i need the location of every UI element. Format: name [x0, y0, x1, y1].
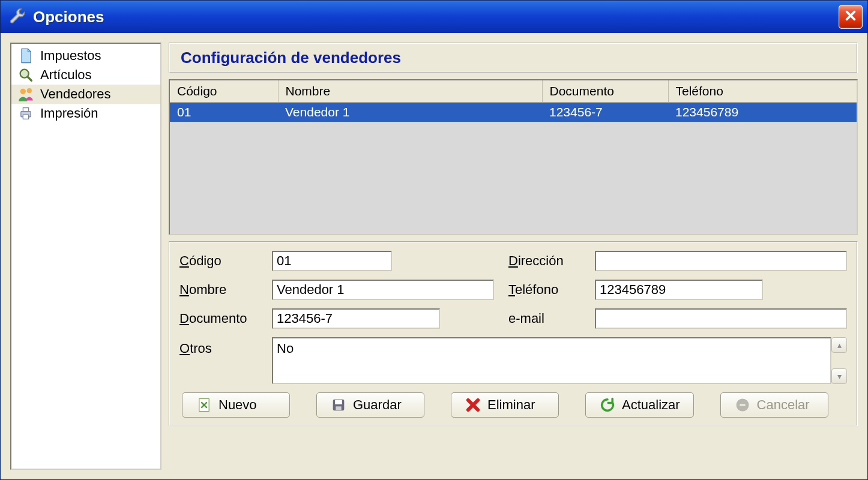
sidebar-item-label: Impresión	[40, 106, 98, 121]
sidebar-item-vendedores[interactable]: Vendedores	[11, 85, 160, 104]
sidebar-item-impresion[interactable]: Impresión	[11, 104, 160, 123]
svg-rect-5	[23, 115, 28, 119]
wrench-icon	[8, 7, 27, 26]
refresh-icon	[599, 397, 616, 413]
svg-point-1	[20, 89, 26, 94]
th-telefono[interactable]: Teléfono	[668, 80, 857, 103]
button-label: Guardar	[353, 397, 402, 413]
label-direccion: Dirección	[508, 253, 586, 269]
sidebar-item-articulos[interactable]: Artículos	[11, 65, 160, 85]
section-title: Configuración de vendedores	[181, 49, 401, 67]
nombre-field[interactable]	[272, 280, 494, 300]
actualizar-button[interactable]: Actualizar	[585, 392, 694, 418]
people-icon	[17, 86, 34, 103]
cell-telefono: 123456789	[668, 103, 857, 122]
guardar-button[interactable]: Guardar	[316, 392, 424, 418]
table-header-row: Código Nombre Documento Teléfono	[170, 80, 857, 103]
cell-nombre: Vendedor 1	[278, 103, 542, 122]
button-label: Actualizar	[622, 397, 680, 413]
textarea-scrollbar: ▴ ▾	[831, 337, 847, 384]
main-panel: Configuración de vendedores Código Nombr…	[169, 43, 858, 470]
delete-icon	[465, 397, 481, 413]
new-icon	[196, 397, 212, 413]
section-header: Configuración de vendedores	[169, 43, 858, 73]
options-window: Opciones Impuestos Artículos	[0, 0, 868, 480]
sidebar-item-impuestos[interactable]: Impuestos	[11, 46, 160, 65]
titlebar: Opciones	[1, 1, 867, 33]
sidebar-item-label: Artículos	[40, 67, 92, 83]
label-otros: Otros	[179, 337, 264, 356]
svg-rect-9	[336, 406, 341, 410]
cell-documento: 123456-7	[542, 103, 668, 122]
sidebar-item-label: Vendedores	[40, 86, 110, 102]
codigo-field[interactable]	[272, 251, 392, 271]
scroll-up-button[interactable]: ▴	[831, 337, 847, 353]
table-row[interactable]: 01 Vendedor 1 123456-7 123456789	[170, 103, 857, 122]
chevron-down-icon: ▾	[837, 371, 842, 381]
label-nombre: Nombre	[179, 282, 264, 298]
nuevo-button[interactable]: Nuevo	[182, 392, 290, 418]
close-icon	[844, 9, 857, 25]
button-row: Nuevo Guardar Eliminar	[179, 392, 847, 418]
th-nombre[interactable]: Nombre	[278, 80, 542, 103]
vendedores-table-panel: Código Nombre Documento Teléfono 01 Vend…	[169, 79, 858, 235]
close-button[interactable]	[839, 5, 863, 29]
label-telefono: Teléfono	[508, 282, 586, 298]
label-documento: Documento	[179, 311, 264, 326]
scroll-down-button[interactable]: ▾	[831, 368, 847, 384]
eliminar-button[interactable]: Eliminar	[451, 392, 559, 418]
label-codigo: Código	[179, 253, 264, 269]
svg-point-2	[27, 88, 32, 93]
telefono-field[interactable]	[595, 280, 763, 300]
svg-rect-4	[23, 108, 28, 112]
cancelar-button: Cancelar	[720, 392, 828, 418]
cell-codigo: 01	[170, 103, 278, 122]
window-title: Opciones	[33, 8, 839, 26]
chevron-up-icon: ▴	[837, 340, 842, 350]
cancel-icon	[734, 397, 751, 413]
label-email: e-mail	[508, 311, 586, 326]
email-field[interactable]	[595, 308, 847, 329]
vendedores-table: Código Nombre Documento Teléfono 01 Vend…	[170, 80, 857, 122]
search-icon	[17, 67, 34, 83]
button-label: Nuevo	[219, 397, 257, 413]
document-icon	[17, 47, 34, 64]
documento-field[interactable]	[272, 308, 440, 329]
sidebar-item-label: Impuestos	[40, 48, 101, 64]
printer-icon	[17, 105, 34, 122]
button-label: Eliminar	[487, 397, 535, 413]
button-label: Cancelar	[757, 397, 810, 413]
svg-rect-8	[335, 400, 342, 404]
th-documento[interactable]: Documento	[542, 80, 668, 103]
form-panel: Código Dirección Nombre Teléfono Documen…	[169, 241, 858, 426]
th-codigo[interactable]: Código	[170, 80, 278, 103]
content-area: Impuestos Artículos Vendedores Impresión	[1, 33, 867, 479]
direccion-field[interactable]	[595, 251, 847, 271]
otros-field[interactable]	[272, 337, 831, 384]
sidebar: Impuestos Artículos Vendedores Impresión	[10, 43, 161, 470]
save-icon	[330, 397, 347, 413]
